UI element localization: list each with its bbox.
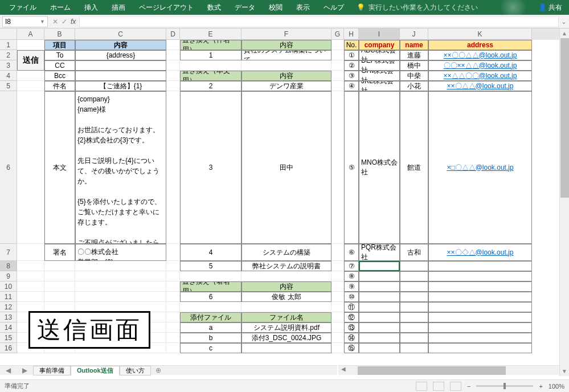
s2d-v0[interactable]: システム説明資料.pdf <box>241 322 331 333</box>
ribbon-tab-view[interactable]: 表示 <box>289 3 317 13</box>
col-header-J[interactable]: J <box>400 28 428 40</box>
s3-name-3[interactable]: 小花 <box>400 81 428 91</box>
s2d-k2[interactable]: c <box>180 343 241 353</box>
tell-me[interactable]: 💡 実行したい作業を入力してください <box>357 3 478 13</box>
s3-name-5[interactable]: 古和 <box>400 244 428 261</box>
zoom-level[interactable]: 100% <box>548 383 564 390</box>
s3-address-0[interactable]: ××〇〇△△@look.out.jp <box>428 50 532 60</box>
sheet-tab-1[interactable]: Outlook送信 <box>71 366 120 375</box>
s3-address-6[interactable] <box>428 261 532 271</box>
row-header-7[interactable]: 7 <box>0 244 17 261</box>
row-header-6[interactable]: 6 <box>0 91 17 244</box>
scroll-down-icon[interactable]: ▼ <box>560 366 569 376</box>
s2c-v0[interactable]: 俊敏 太郎 <box>241 292 331 302</box>
s3-name-11[interactable] <box>400 312 428 322</box>
s3-company-13[interactable] <box>359 333 400 343</box>
row-header-11[interactable]: 11 <box>0 292 17 302</box>
view-normal-icon[interactable] <box>416 382 427 391</box>
s2a-k0[interactable]: 1 <box>180 50 241 60</box>
ribbon-tab-help[interactable]: ヘルプ <box>317 3 351 13</box>
s3-name-12[interactable] <box>400 322 428 333</box>
row-header-14[interactable]: 14 <box>0 322 17 333</box>
s3-company-5[interactable]: PQR株式会社 <box>359 244 400 261</box>
s3-address-2[interactable]: ××△△〇〇@look.out.jp <box>428 71 532 81</box>
s2b-v2[interactable]: システムの構築 <box>241 244 331 261</box>
col-header-E[interactable]: E <box>180 28 241 40</box>
row-header-10[interactable]: 10 <box>0 281 17 292</box>
s3-address-3[interactable]: ××〇△△@look.out.jp <box>428 81 532 91</box>
row-header-3[interactable]: 3 <box>0 60 17 71</box>
view-pagelayout-icon[interactable] <box>433 382 444 391</box>
col-header-H[interactable]: H <box>344 28 359 40</box>
s2b-v3[interactable]: 弊社システムの説明書 <box>241 261 331 271</box>
s3-address-9[interactable] <box>428 292 532 302</box>
scroll-up-icon[interactable]: ▲ <box>560 28 569 38</box>
col-header-D[interactable]: D <box>166 28 180 40</box>
sheet-tab-0[interactable]: 事前準備 <box>33 366 71 375</box>
s3-address-11[interactable] <box>428 312 532 322</box>
s3-name-0[interactable]: 進藤 <box>400 50 428 60</box>
row-header-1[interactable]: 1 <box>0 40 17 50</box>
s3-name-7[interactable] <box>400 271 428 281</box>
s3-address-14[interactable] <box>428 343 532 353</box>
formula-input[interactable] <box>79 16 559 27</box>
tab-nav-prev[interactable]: ◀ <box>0 366 17 374</box>
vertical-scrollbar[interactable]: ▲ ▼ <box>559 28 569 376</box>
scroll-thumb-h[interactable] <box>358 366 506 375</box>
sheet-tab-2[interactable]: 使い方 <box>120 366 151 375</box>
s2b-k2[interactable]: 4 <box>180 244 241 261</box>
s3-name-10[interactable] <box>400 302 428 312</box>
s2b-k1[interactable]: 3 <box>180 91 241 244</box>
s3-company-0[interactable]: ABC株式会社 <box>359 50 400 60</box>
row-header-9[interactable]: 9 <box>0 271 17 281</box>
cancel-icon[interactable]: ✕ <box>52 18 58 26</box>
s3-address-5[interactable]: ××〇◇△@look.out.jp <box>428 244 532 261</box>
ribbon-tab-draw[interactable]: 描画 <box>105 3 132 13</box>
s3-address-7[interactable] <box>428 271 532 281</box>
s2c-k0[interactable]: 6 <box>180 292 241 302</box>
s2b-k0[interactable]: 2 <box>180 81 241 91</box>
s3-company-10[interactable] <box>359 302 400 312</box>
scroll-thumb-v[interactable] <box>560 38 569 198</box>
row-header-12[interactable]: 12 <box>0 302 17 312</box>
col-header-A[interactable]: A <box>17 28 44 40</box>
s2d-k0[interactable]: a <box>180 322 241 333</box>
zoom-out-icon[interactable]: − <box>467 383 470 390</box>
ribbon-tab-formulas[interactable]: 数式 <box>200 3 228 13</box>
s3-company-2[interactable]: GHI株式会社 <box>359 71 400 81</box>
zoom-in-icon[interactable]: + <box>539 383 542 390</box>
s3-name-13[interactable] <box>400 333 428 343</box>
s1-v-3[interactable]: 【ご連絡】{1} <box>75 81 166 91</box>
s2d-v1[interactable]: 添付3_DSC_0024.JPG <box>241 333 331 343</box>
s1-v-5[interactable]: 〇〇株式会社 営業部 {6} <box>75 244 166 261</box>
s2b-k3[interactable]: 5 <box>180 261 241 271</box>
col-header-I[interactable]: I <box>359 28 400 40</box>
row-header-16[interactable]: 16 <box>0 343 17 353</box>
s3-name-8[interactable] <box>400 281 428 292</box>
s1-v-2[interactable] <box>75 71 166 81</box>
s1-v-0[interactable]: {address} <box>75 50 166 60</box>
row-header-4[interactable]: 4 <box>0 71 17 81</box>
s2a-v0[interactable]: 貴社のシステム構築について。 <box>241 50 331 60</box>
enter-icon[interactable]: ✓ <box>62 18 67 26</box>
ribbon-tab-insert[interactable]: 挿入 <box>77 3 105 13</box>
row-header-2[interactable]: 2 <box>0 50 17 60</box>
col-header-F[interactable]: F <box>241 28 331 40</box>
col-header-G[interactable]: G <box>331 28 344 40</box>
name-box[interactable]: I8 ▼ <box>2 16 48 27</box>
ribbon-tab-review[interactable]: 校閲 <box>262 3 289 13</box>
s3-address-8[interactable] <box>428 281 532 292</box>
view-pagebreak-icon[interactable] <box>450 382 461 391</box>
fx-label[interactable]: fx <box>71 18 76 26</box>
tab-nav-next[interactable]: ▶ <box>17 366 33 374</box>
s2d-k1[interactable]: b <box>180 333 241 343</box>
col-header-C[interactable]: C <box>75 28 166 40</box>
s3-company-1[interactable]: DEF株式会社 <box>359 60 400 71</box>
s3-name-9[interactable] <box>400 292 428 302</box>
expand-formula-icon[interactable]: ⌄ <box>559 18 569 26</box>
share-button[interactable]: 👤 共有 <box>534 3 567 13</box>
s2b-v0[interactable]: デンワ産業 <box>241 81 331 91</box>
send-button[interactable]: 送信 <box>17 50 44 71</box>
ribbon-tab-file[interactable]: ファイル <box>2 3 43 13</box>
s3-address-4[interactable]: ×□〇△△@look.out.jp <box>428 91 532 244</box>
